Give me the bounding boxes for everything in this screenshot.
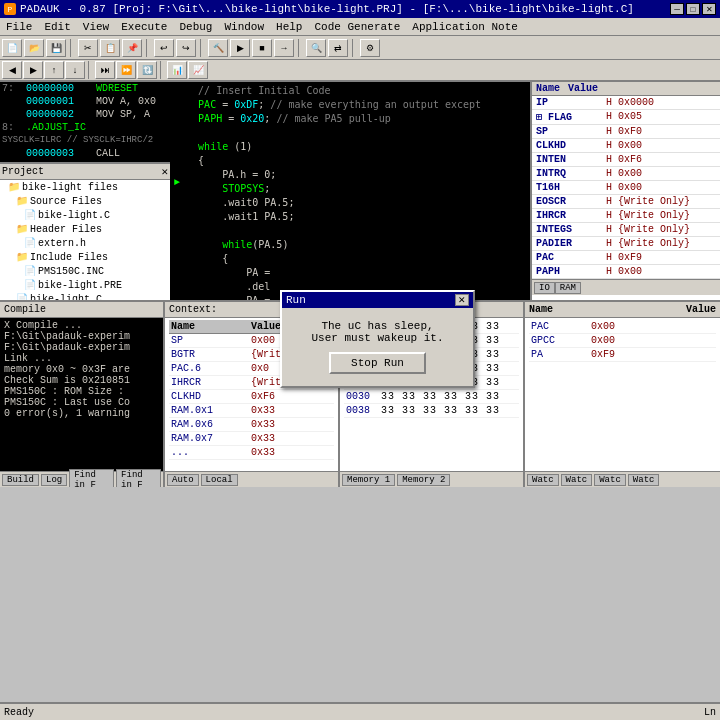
- tb-undo[interactable]: ↩: [154, 39, 174, 57]
- tab-build[interactable]: Build: [2, 474, 39, 486]
- tb-cut[interactable]: ✂: [78, 39, 98, 57]
- tree-item-include[interactable]: 📁 Include Files: [0, 250, 170, 264]
- ctx-row-ram1: RAM.0x10x33: [169, 404, 334, 418]
- watch-value-col: Value: [686, 304, 716, 315]
- tab-watc1[interactable]: Watc: [527, 474, 559, 486]
- reg-tab-io[interactable]: IO: [534, 282, 555, 294]
- window-title: PADAUK - 0.87 [Proj: F:\Git\...\bike-lig…: [20, 3, 634, 15]
- status-ln: Ln: [704, 707, 716, 718]
- tb2-btn6[interactable]: ⏩: [116, 61, 136, 79]
- tree-item-bike-pre[interactable]: 📄 bike-light.PRE: [0, 278, 170, 292]
- tree-item-source[interactable]: 📁 Source Files: [0, 194, 170, 208]
- context-label: Context:: [169, 304, 217, 315]
- top-section: 7: 00000000 WDRESET 00000001 MOV A, 0x0 …: [0, 82, 720, 302]
- registers-header: Name Value: [532, 82, 720, 96]
- menu-help[interactable]: Help: [270, 20, 308, 34]
- tb2-btn9[interactable]: 📈: [188, 61, 208, 79]
- menu-window[interactable]: Window: [218, 20, 270, 34]
- tab-auto[interactable]: Auto: [167, 474, 199, 486]
- tb-redo[interactable]: ↪: [176, 39, 196, 57]
- toolbar: 📄 📂 💾 ✂ 📋 📌 ↩ ↪ 🔨 ▶ ■ → 🔍 ⇄ ⚙: [0, 36, 720, 60]
- app-icon: P: [4, 3, 16, 15]
- minimize-button[interactable]: ─: [670, 3, 684, 15]
- reg-row-t16h: T16H H 0x00: [532, 181, 720, 195]
- compile-footer: Build Log Find in F Find in F: [0, 471, 163, 487]
- tb2-btn5[interactable]: ⏭: [95, 61, 115, 79]
- tab-memory2[interactable]: Memory 2: [397, 474, 450, 486]
- main-area: 7: 00000000 WDRESET 00000001 MOV A, 0x0 …: [0, 82, 720, 702]
- tb-new[interactable]: 📄: [2, 39, 22, 57]
- tab-watc4[interactable]: Watc: [628, 474, 660, 486]
- tb2-btn1[interactable]: ◀: [2, 61, 22, 79]
- menu-debug[interactable]: Debug: [173, 20, 218, 34]
- tab-find2[interactable]: Find in F: [116, 469, 161, 488]
- tree-item-bike-c2[interactable]: 📄 bike-light.C: [0, 292, 170, 300]
- menu-code-generate[interactable]: Code Generate: [308, 20, 406, 34]
- menu-file[interactable]: File: [0, 20, 38, 34]
- tb-paste[interactable]: 📌: [122, 39, 142, 57]
- maximize-button[interactable]: □: [686, 3, 700, 15]
- compile-content[interactable]: X Compile ... F:\Git\padauk-experim F:\G…: [0, 318, 163, 471]
- tb-build[interactable]: 🔨: [208, 39, 228, 57]
- toolbar2: ◀ ▶ ↑ ↓ ⏭ ⏩ 🔃 📊 📈: [0, 60, 720, 82]
- stop-run-button[interactable]: Stop Run: [329, 352, 426, 374]
- reg-row-padier: PADIER H {Write Only}: [532, 237, 720, 251]
- tb-settings[interactable]: ⚙: [360, 39, 380, 57]
- tb-step[interactable]: →: [274, 39, 294, 57]
- close-button[interactable]: ✕: [702, 3, 716, 15]
- compile-line: Link ...: [4, 353, 159, 364]
- tree-item-pms150c[interactable]: 📄 PMS150C.INC: [0, 264, 170, 278]
- reg-tab-ram[interactable]: RAM: [555, 282, 581, 294]
- run-dialog-close[interactable]: ✕: [455, 294, 469, 306]
- tb-replace[interactable]: ⇄: [328, 39, 348, 57]
- menu-execute[interactable]: Execute: [115, 20, 173, 34]
- tb-open[interactable]: 📂: [24, 39, 44, 57]
- tab-local[interactable]: Local: [201, 474, 238, 486]
- tb2-btn3[interactable]: ↑: [44, 61, 64, 79]
- reg-tab-value[interactable]: Value: [568, 83, 598, 94]
- reg-tab-name[interactable]: Name: [536, 83, 560, 94]
- reg-footer: IO RAM: [532, 279, 720, 295]
- tb2-btn7[interactable]: 🔃: [137, 61, 157, 79]
- watch-row-pac: PAC0x00: [529, 320, 716, 334]
- tab-log[interactable]: Log: [41, 474, 67, 486]
- tb-find[interactable]: 🔍: [306, 39, 326, 57]
- reg-row-pac: PAC H 0xF9: [532, 251, 720, 265]
- menu-edit[interactable]: Edit: [38, 20, 76, 34]
- reg-row-intrq: INTRQ H 0x00: [532, 167, 720, 181]
- compile-panel-header: Compile: [0, 302, 163, 318]
- tab-find1[interactable]: Find in F: [69, 469, 114, 488]
- memory-footer: Memory 1 Memory 2: [340, 471, 523, 487]
- tb-run[interactable]: ▶: [230, 39, 250, 57]
- tb2-btn2[interactable]: ▶: [23, 61, 43, 79]
- compile-line: PMS150C : ROM Size :: [4, 386, 159, 397]
- menu-application-note[interactable]: Application Note: [406, 20, 524, 34]
- reg-row-inten: INTEN H 0xF6: [532, 153, 720, 167]
- tb-stop[interactable]: ■: [252, 39, 272, 57]
- menu-view[interactable]: View: [77, 20, 115, 34]
- tree-item-bike-c[interactable]: 📄 bike-light.C: [0, 208, 170, 222]
- watch-content[interactable]: PAC0x00 GPCC0x00 PA0xF9: [525, 318, 720, 471]
- tree-item-project[interactable]: 📁 bike-light files: [0, 180, 170, 194]
- run-dialog-msg1: The uC has sleep,: [292, 320, 463, 332]
- ctx-col-name: Name: [169, 320, 249, 333]
- close-icon[interactable]: ✕: [161, 165, 168, 178]
- tab-watc2[interactable]: Watc: [561, 474, 593, 486]
- reg-row-integs: INTEGS H {Write Only}: [532, 223, 720, 237]
- ctx-row-more: ...0x33: [169, 446, 334, 460]
- compile-panel: Compile X Compile ... F:\Git\padauk-expe…: [0, 302, 165, 487]
- tab-memory1[interactable]: Memory 1: [342, 474, 395, 486]
- registers-panel: Name Value IP H 0x0000 ⊞ FLAG H 0x05 SP …: [530, 82, 720, 300]
- reg-row-flag: ⊞ FLAG H 0x05: [532, 110, 720, 125]
- watch-name-col: Name: [529, 304, 553, 315]
- reg-row-sp: SP H 0xF0: [532, 125, 720, 139]
- tb-save[interactable]: 💾: [46, 39, 66, 57]
- tree-item-externh[interactable]: 📄 extern.h: [0, 236, 170, 250]
- tab-watc3[interactable]: Watc: [594, 474, 626, 486]
- tree-item-header[interactable]: 📁 Header Files: [0, 222, 170, 236]
- watch-row-gpcc: GPCC0x00: [529, 334, 716, 348]
- code-editor[interactable]: // Insert Initial Code PAC = 0xDF; // ma…: [170, 82, 530, 300]
- tb2-btn4[interactable]: ↓: [65, 61, 85, 79]
- tb-copy[interactable]: 📋: [100, 39, 120, 57]
- tb2-btn8[interactable]: 📊: [167, 61, 187, 79]
